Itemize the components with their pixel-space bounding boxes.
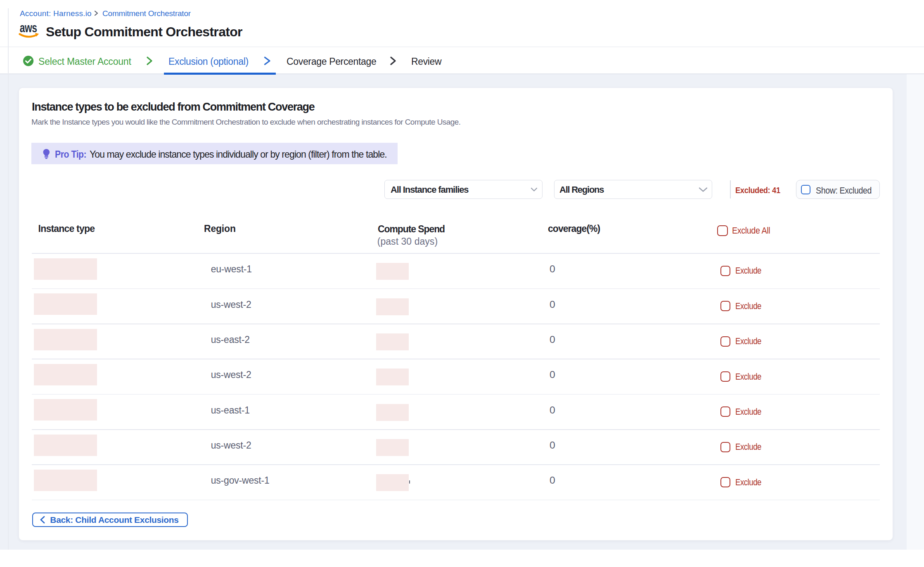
svg-text:aws: aws: [20, 23, 37, 35]
